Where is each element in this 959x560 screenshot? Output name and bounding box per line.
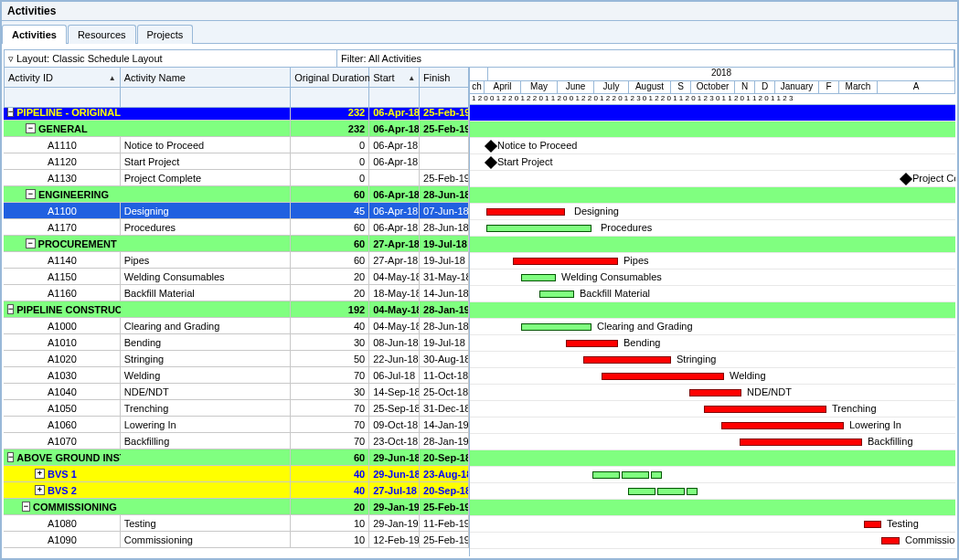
collapse-icon[interactable]: − bbox=[26, 189, 36, 199]
cell-start: 29-Jan-19 bbox=[369, 515, 420, 532]
gantt-row bbox=[470, 122, 955, 138]
gantt-bar[interactable] bbox=[864, 521, 881, 528]
cell-start: 25-Sep-18 bbox=[369, 400, 420, 417]
group-row[interactable]: +BVS 24027-Jul-1820-Sep-18 bbox=[4, 482, 469, 499]
group-row[interactable]: +BVS 14029-Jun-1823-Aug-18 bbox=[4, 466, 469, 482]
col-original-duration[interactable]: Original Duration bbox=[291, 68, 369, 88]
activity-row[interactable]: A1030Welding7006-Jul-1811-Oct-18 bbox=[4, 367, 469, 384]
cell-start: 06-Apr-18 bbox=[369, 186, 420, 203]
gantt-bar[interactable] bbox=[687, 488, 698, 495]
gantt-row: Welding Consumables bbox=[470, 269, 955, 286]
tab-projects[interactable]: Projects bbox=[137, 25, 194, 44]
activity-row[interactable]: A1110Notice to Proceed006-Apr-18 bbox=[4, 137, 469, 153]
cell-activity-name: Backfill Material bbox=[121, 285, 292, 301]
group-row[interactable]: −ENGINEERING6006-Apr-1828-Jun-18 bbox=[4, 186, 469, 203]
collapse-icon[interactable]: − bbox=[26, 238, 36, 248]
activity-row[interactable]: A1170Procedures6006-Apr-1828-Jun-18 bbox=[4, 219, 469, 236]
cell-duration: 60 bbox=[291, 186, 369, 203]
cell-activity-id: −PROCUREMENT bbox=[4, 236, 121, 252]
sort-asc-icon: ▲ bbox=[109, 73, 116, 81]
cell-activity-id: A1080 bbox=[4, 515, 121, 532]
col-activity-id[interactable]: Activity ID ▲ bbox=[4, 68, 121, 88]
activity-row[interactable]: A1130Project Complete025-Feb-19 bbox=[4, 170, 469, 186]
gantt-bar[interactable] bbox=[704, 406, 826, 413]
gantt-bar[interactable] bbox=[513, 258, 618, 265]
tab-activities[interactable]: Activities bbox=[2, 25, 67, 44]
activity-row[interactable]: A1040NDE/NDT3014-Sep-1825-Oct-18 bbox=[4, 384, 469, 400]
month-header: March bbox=[839, 81, 878, 93]
layout-picker[interactable]: ▿ Layout: Classic Schedule Layout bbox=[5, 50, 337, 67]
grid-rows[interactable]: −PIPELINE - ORIGINAL23206-Apr-1825-Feb-1… bbox=[4, 104, 469, 556]
col-activity-name[interactable]: Activity Name bbox=[121, 68, 292, 88]
activity-row[interactable]: A1100Designing4506-Apr-1807-Jun-18 bbox=[4, 203, 469, 219]
gantt-row: Clearing and Grading bbox=[470, 319, 955, 335]
activity-row[interactable]: A1090Commissioning1012-Feb-1925-Feb-19 bbox=[4, 532, 469, 548]
cell-start: 22-Jun-18 bbox=[369, 351, 420, 367]
filter-picker[interactable]: Filter: All Activities bbox=[337, 50, 954, 67]
activity-row[interactable]: A1120Start Project006-Apr-18 bbox=[4, 153, 469, 170]
gantt-bar[interactable] bbox=[740, 438, 862, 446]
collapse-icon[interactable]: − bbox=[22, 502, 30, 512]
gantt-bar[interactable] bbox=[566, 340, 618, 347]
activity-row[interactable]: A1080Testing1029-Jan-1911-Feb-19 bbox=[4, 515, 469, 532]
gantt-bar[interactable] bbox=[602, 373, 724, 380]
gantt-row: Bending bbox=[470, 335, 955, 352]
activity-row[interactable]: A1140Pipes6027-Apr-1819-Jul-18 bbox=[4, 252, 469, 269]
cell-start: 06-Apr-18 bbox=[369, 137, 420, 153]
cell-duration: 60 bbox=[291, 236, 369, 252]
gantt-bar[interactable] bbox=[521, 274, 556, 281]
activity-row[interactable]: A1010Bending3008-Jun-1819-Jul-18 bbox=[4, 334, 469, 351]
gantt-bar[interactable] bbox=[592, 471, 620, 479]
gantt-row: Commissio bbox=[470, 533, 955, 549]
milestone-icon[interactable] bbox=[485, 140, 497, 153]
gantt-bar[interactable] bbox=[486, 225, 591, 232]
gantt-bar[interactable] bbox=[521, 323, 591, 331]
milestone-icon[interactable] bbox=[900, 173, 912, 185]
tab-resources[interactable]: Resources bbox=[68, 25, 136, 44]
cell-duration: 60 bbox=[291, 219, 369, 236]
gantt-bar[interactable] bbox=[657, 488, 685, 495]
expand-icon[interactable]: + bbox=[35, 485, 45, 495]
activity-row[interactable]: A1070Backfilling7023-Oct-1828-Jan-19 bbox=[4, 433, 469, 449]
gantt-bar[interactable] bbox=[622, 471, 649, 479]
cell-activity-id: A1030 bbox=[4, 367, 121, 384]
group-row[interactable]: −ABOVE GROUND INSTALLATIONS6029-Jun-1820… bbox=[4, 449, 469, 466]
cell-activity-id: A1010 bbox=[4, 334, 121, 351]
gantt-bar[interactable] bbox=[651, 471, 662, 479]
cell-start: 06-Apr-18 bbox=[369, 121, 420, 137]
cell-activity-name: Pipes bbox=[121, 252, 292, 269]
activity-row[interactable]: A1020Stringing5022-Jun-1830-Aug-18 bbox=[4, 351, 469, 367]
cell-activity-id: A1060 bbox=[4, 417, 121, 433]
gantt-bar[interactable] bbox=[486, 208, 565, 216]
expand-icon[interactable]: + bbox=[35, 469, 45, 479]
gantt-bar[interactable] bbox=[539, 291, 574, 298]
activity-row[interactable]: A1150Welding Consumables2004-May-1831-Ma… bbox=[4, 269, 469, 285]
group-row[interactable]: −GENERAL23206-Apr-1825-Feb-19 bbox=[4, 121, 469, 137]
gantt-area[interactable]: Notice to ProceedStart ProjectProject Co… bbox=[470, 105, 955, 556]
collapse-icon[interactable]: − bbox=[26, 123, 36, 133]
activity-row[interactable]: A1060Lowering In7009-Oct-1814-Jan-19 bbox=[4, 417, 469, 433]
activity-row[interactable]: A1050Trenching7025-Sep-1831-Dec-18 bbox=[4, 400, 469, 417]
gantt-bar[interactable] bbox=[689, 389, 741, 396]
activity-row[interactable]: A1000Clearing and Grading4004-May-1828-J… bbox=[4, 318, 469, 334]
col-finish[interactable]: Finish bbox=[420, 68, 469, 88]
gantt-bar[interactable] bbox=[881, 537, 900, 544]
cell-activity-id: −GENERAL bbox=[4, 121, 121, 137]
collapse-icon[interactable]: − bbox=[7, 107, 14, 117]
group-row[interactable]: −COMMISSIONING2029-Jan-1925-Feb-19 bbox=[4, 499, 469, 515]
cell-finish: 14-Jan-19 bbox=[420, 417, 469, 433]
gantt-bar[interactable] bbox=[628, 488, 655, 495]
collapse-icon[interactable]: − bbox=[7, 452, 14, 462]
col-start[interactable]: Start ▲ bbox=[369, 68, 420, 88]
group-row[interactable]: −PROCUREMENT6027-Apr-1819-Jul-18 bbox=[4, 236, 469, 252]
activity-row[interactable]: A1160Backfill Material2018-May-1814-Jun-… bbox=[4, 285, 469, 301]
cell-start: 08-Jun-18 bbox=[369, 334, 420, 351]
cell-finish: 28-Jun-18 bbox=[420, 219, 469, 236]
group-row[interactable]: −PIPELINE CONSTRUCTION19204-May-1828-Jan… bbox=[4, 301, 469, 318]
gantt-bar[interactable] bbox=[721, 422, 844, 429]
cell-activity-id: A1040 bbox=[4, 384, 121, 400]
collapse-icon[interactable]: − bbox=[7, 304, 14, 314]
gantt-bar[interactable] bbox=[583, 356, 671, 364]
milestone-icon[interactable] bbox=[485, 156, 497, 169]
cell-finish: 28-Jan-19 bbox=[420, 433, 469, 449]
